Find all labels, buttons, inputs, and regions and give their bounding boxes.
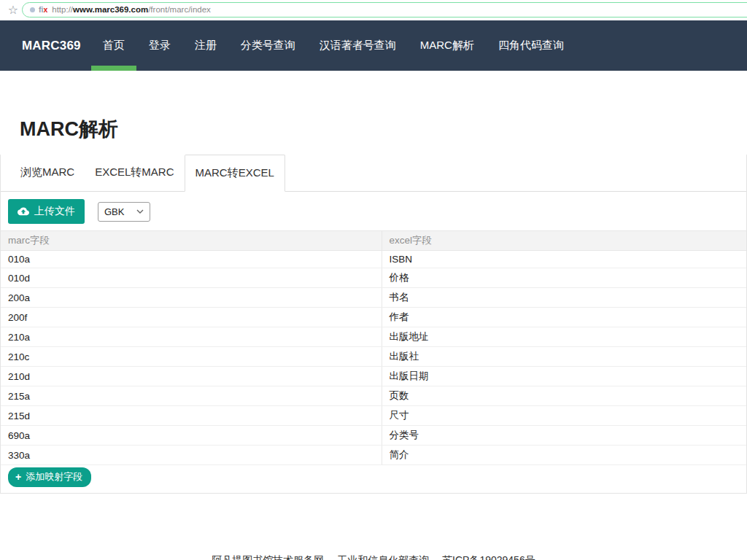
excel-field-cell: 作者: [382, 308, 746, 327]
tab-bar: 浏览MARC EXCEL转MARC MARC转EXCEL: [1, 155, 746, 192]
table-row: 200a 书名: [1, 288, 746, 308]
plus-icon: +: [15, 472, 21, 482]
footer-miit-link[interactable]: 工业和信息化部查询: [337, 554, 429, 560]
excel-field-cell: 分类号: [382, 426, 746, 446]
table-row: 210d 出版日期: [1, 367, 746, 386]
page-title: MARC解析: [20, 116, 747, 142]
tab-browse-marc[interactable]: 浏览MARC: [10, 155, 85, 191]
marc-field-cell: 210d: [1, 367, 382, 386]
marc-field-cell: 215d: [1, 406, 382, 426]
table-row: 210a 出版地址: [1, 327, 746, 347]
nav-item-author-number-lookup[interactable]: 汉语著者号查询: [308, 20, 408, 71]
favicon-suffix: x: [43, 5, 47, 14]
chevron-down-icon: [136, 209, 144, 214]
marc-field-cell: 210a: [1, 327, 382, 347]
site-navbar: MARC369 首页 登录 注册 分类号查询 汉语著者号查询 MARC解析 四角…: [0, 20, 747, 71]
mapping-table: marc字段 excel字段 010a ISBN 010d 价格 200a 书名…: [1, 230, 746, 465]
table-row: 215a 页数: [1, 386, 746, 406]
nav-item-register[interactable]: 注册: [183, 20, 228, 71]
nav-item-four-corner-lookup[interactable]: 四角代码查询: [487, 20, 576, 71]
marc-parse-panel: 浏览MARC EXCEL转MARC MARC转EXCEL 上传文件 GBK ma: [0, 155, 747, 494]
table-row: 215d 尺寸: [1, 406, 746, 426]
upload-file-label: 上传文件: [34, 205, 75, 218]
table-header-row: marc字段 excel字段: [1, 231, 746, 251]
nav-item-marc-parse[interactable]: MARC解析: [409, 20, 486, 71]
upload-toolbar: 上传文件 GBK: [1, 192, 746, 230]
encoding-select[interactable]: GBK: [98, 202, 150, 222]
tab-excel-to-marc[interactable]: EXCEL转MARC: [85, 155, 184, 191]
table-row: 210c 出版社: [1, 347, 746, 367]
excel-field-cell: 出版日期: [382, 367, 746, 386]
excel-field-cell: 简介: [382, 446, 746, 465]
tab-marc-to-excel[interactable]: MARC转EXCEL: [185, 155, 285, 192]
column-header-marc-field: marc字段: [1, 231, 382, 251]
excel-field-cell: 价格: [382, 268, 746, 288]
column-header-excel-field: excel字段: [382, 231, 746, 251]
url-path: /front/marc/index: [148, 5, 211, 14]
table-row: 010a ISBN: [1, 251, 746, 268]
nav-item-class-number-lookup[interactable]: 分类号查询: [229, 20, 307, 71]
table-row: 200f 作者: [1, 308, 746, 327]
upload-file-button[interactable]: 上传文件: [8, 199, 85, 224]
add-mapping-field-button[interactable]: + 添加映射字段: [8, 467, 91, 487]
address-bar[interactable]: fix http://www.marc369.com/front/marc/in…: [22, 2, 747, 18]
excel-field-cell: 尺寸: [382, 406, 746, 426]
add-mapping-row: + 添加映射字段: [1, 465, 746, 493]
excel-field-cell: 出版社: [382, 347, 746, 367]
browser-toolbar: ☆ fix http://www.marc369.com/front/marc/…: [0, 0, 747, 19]
marc-field-cell: 210c: [1, 347, 382, 367]
excel-field-cell: 书名: [382, 288, 746, 308]
table-row: 330a 简介: [1, 446, 746, 465]
table-row: 690a 分类号: [1, 426, 746, 446]
bookmark-star-icon[interactable]: ☆: [4, 3, 22, 17]
excel-field-cell: 出版地址: [382, 327, 746, 347]
nav-item-home[interactable]: 首页: [91, 20, 136, 71]
brand-logo[interactable]: MARC369: [22, 39, 81, 53]
excel-field-cell: ISBN: [382, 251, 746, 268]
page-footer: 阿凡提图书馆技术服务网 工业和信息化部查询 苏ICP备19029456号: [0, 554, 747, 560]
excel-field-cell: 页数: [382, 386, 746, 406]
marc-field-cell: 690a: [1, 426, 382, 446]
marc-field-cell: 200a: [1, 288, 382, 308]
favicon: fix: [39, 5, 47, 14]
marc-field-cell: 010a: [1, 251, 382, 268]
page-info-icon: [30, 7, 35, 12]
marc-field-cell: 215a: [1, 386, 382, 406]
url-domain: www.marc369.com: [73, 5, 148, 14]
url-protocol: http://: [52, 5, 73, 14]
footer-icp-number: 苏ICP备19029456号: [442, 554, 535, 560]
upload-cloud-icon: [18, 207, 29, 217]
marc-field-cell: 200f: [1, 308, 382, 327]
encoding-select-value: GBK: [104, 206, 124, 217]
table-row: 010d 价格: [1, 268, 746, 288]
marc-field-cell: 010d: [1, 268, 382, 288]
marc-field-cell: 330a: [1, 446, 382, 465]
add-mapping-field-label: 添加映射字段: [26, 470, 82, 483]
footer-site-name: 阿凡提图书馆技术服务网: [212, 554, 324, 560]
nav-item-login[interactable]: 登录: [137, 20, 182, 71]
